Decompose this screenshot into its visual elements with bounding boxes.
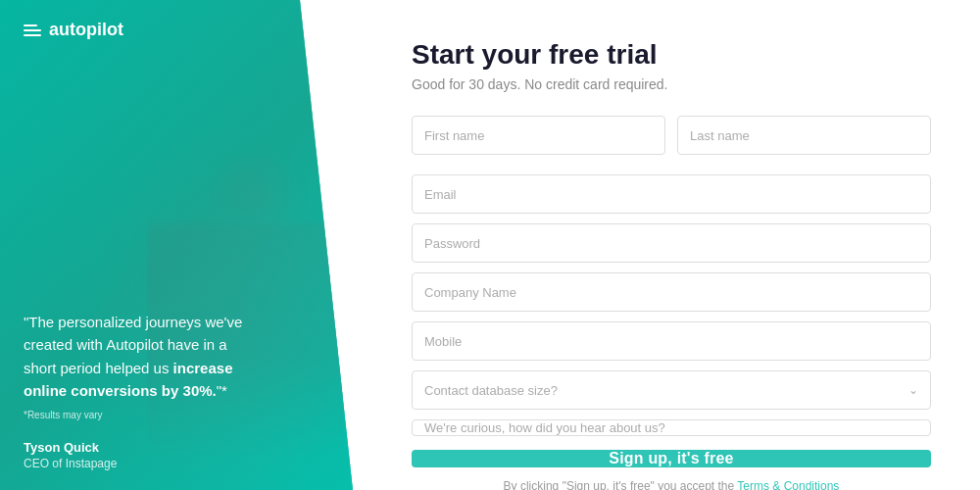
quote-section: "The personalized journeys we've created… [24, 311, 329, 470]
attribution-title: CEO of Instapage [24, 457, 329, 470]
page-title: Start your free trial [412, 39, 931, 71]
logo-icon [24, 24, 41, 36]
logo-text: autopilot [49, 20, 123, 40]
results-note: *Results may vary [24, 410, 329, 420]
first-name-input[interactable] [412, 116, 665, 155]
first-name-group [412, 116, 665, 155]
signup-button[interactable]: Sign up, it's free [412, 450, 931, 467]
last-name-group [677, 116, 931, 155]
company-name-input[interactable] [412, 272, 931, 312]
contact-db-select-wrapper[interactable]: Contact database size? < 100 100 - 1,000… [412, 370, 931, 410]
left-panel: autopilot "The personalized journeys we'… [0, 0, 353, 490]
logo: autopilot [24, 20, 329, 40]
terms-text: By clicking "Sign up, it's free" you acc… [412, 479, 931, 490]
contact-db-group: Contact database size? < 100 100 - 1,000… [412, 370, 931, 410]
mobile-input[interactable] [412, 321, 931, 361]
quote-text: "The personalized journeys we've created… [24, 311, 259, 402]
page-subtitle: Good for 30 days. No credit card require… [412, 76, 931, 92]
right-panel: Start your free trial Good for 30 days. … [353, 0, 980, 490]
terms-link[interactable]: Terms & Conditions [737, 479, 839, 490]
email-input[interactable] [412, 174, 931, 214]
password-input[interactable] [412, 223, 931, 263]
password-group [412, 223, 931, 263]
attribution-name: Tyson Quick [24, 440, 329, 455]
name-row [412, 116, 931, 165]
mobile-group [412, 321, 931, 361]
email-group [412, 174, 931, 214]
last-name-input[interactable] [677, 116, 931, 155]
company-name-group [412, 272, 931, 312]
hear-about-input[interactable] [412, 419, 931, 436]
contact-db-select[interactable]: Contact database size? < 100 100 - 1,000… [424, 371, 918, 409]
